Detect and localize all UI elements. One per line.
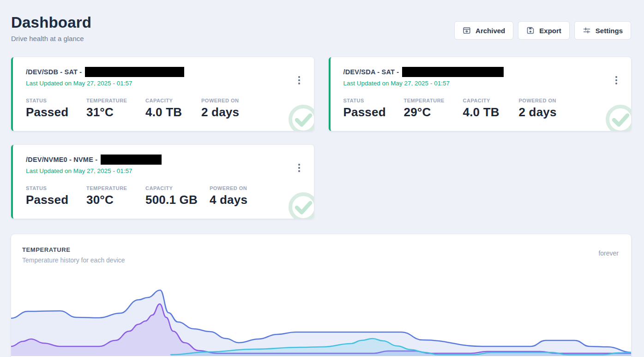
- redacted-serial: [85, 67, 184, 77]
- toolbar: Archived Export: [454, 21, 631, 40]
- stat-value: 31°C: [86, 105, 145, 119]
- stat-value: 30°C: [86, 193, 145, 207]
- stat-powered-on: POWERED ON 4 days: [210, 185, 247, 207]
- chart-title: TEMPERATURE: [22, 246, 125, 253]
- stat-temperature: TEMPERATURE 30°C: [86, 185, 145, 207]
- drive-last-updated: Last Updated on May 27, 2025 - 01:57: [26, 80, 303, 87]
- stat-value: Passed: [26, 193, 86, 207]
- save-disk-icon: [526, 26, 535, 35]
- stat-powered-on: POWERED ON 2 days: [201, 98, 239, 119]
- chart-subtitle: Temperature history for each device: [22, 256, 125, 264]
- stat-value: 2 days: [201, 105, 239, 119]
- stat-value: 29°C: [404, 105, 463, 119]
- temperature-chart-card: TEMPERATURE Temperature history for each…: [11, 234, 631, 357]
- drive-stats: STATUS Passed TEMPERATURE 29°C CAPACITY …: [343, 98, 620, 119]
- stat-value: 4.0 TB: [463, 105, 507, 119]
- title-block: Dashboard Drive health at a glance: [11, 14, 91, 42]
- stat-value: Passed: [26, 105, 86, 119]
- stat-label: TEMPERATURE: [86, 185, 145, 191]
- drive-title: /DEV/NVME0 - NVME -: [26, 155, 303, 165]
- stat-capacity: CAPACITY 4.0 TB: [463, 98, 519, 119]
- archived-button[interactable]: Archived: [454, 21, 513, 40]
- drive-last-updated: Last Updated on May 27, 2025 - 01:57: [26, 167, 303, 174]
- stat-label: CAPACITY: [463, 98, 507, 103]
- stat-label: STATUS: [26, 98, 86, 103]
- stat-value: 500.1 GB: [145, 193, 198, 207]
- stat-label: CAPACITY: [145, 185, 198, 191]
- stat-status: STATUS Passed: [26, 98, 86, 119]
- stat-value: 4 days: [210, 193, 247, 207]
- stat-capacity: CAPACITY 500.1 GB: [145, 185, 210, 207]
- kebab-menu-icon[interactable]: [296, 161, 302, 175]
- archived-button-label: Archived: [475, 27, 505, 35]
- sliders-icon: [583, 26, 591, 35]
- drive-card-nvme0[interactable]: /DEV/NVME0 - NVME - Last Updated on May …: [11, 145, 314, 219]
- redacted-serial: [402, 67, 504, 77]
- stat-powered-on: POWERED ON 2 days: [519, 98, 557, 119]
- stat-value: 4.0 TB: [145, 105, 189, 119]
- stat-temperature: TEMPERATURE 31°C: [86, 98, 145, 119]
- stat-temperature: TEMPERATURE 29°C: [404, 98, 463, 119]
- drive-card-sda[interactable]: /DEV/SDA - SAT - Last Updated on May 27,…: [329, 57, 632, 131]
- drive-stats: STATUS Passed TEMPERATURE 31°C CAPACITY …: [26, 98, 303, 119]
- drive-title-text: /DEV/SDA - SAT -: [343, 68, 399, 76]
- stat-label: TEMPERATURE: [86, 98, 145, 103]
- drive-cards-grid: /DEV/SDB - SAT - Last Updated on May 27,…: [11, 57, 631, 219]
- drive-card-sdb[interactable]: /DEV/SDB - SAT - Last Updated on May 27,…: [11, 57, 314, 131]
- temperature-area-chart[interactable]: [11, 271, 631, 356]
- stat-status: STATUS Passed: [26, 185, 86, 207]
- kebab-menu-icon[interactable]: [614, 73, 619, 88]
- drive-last-updated: Last Updated on May 27, 2025 - 01:57: [343, 80, 620, 87]
- drive-title: /DEV/SDA - SAT -: [343, 67, 620, 77]
- page-title: Dashboard: [11, 14, 91, 31]
- top-bar: Dashboard Drive health at a glance Archi…: [11, 14, 631, 42]
- stat-label: TEMPERATURE: [404, 98, 463, 103]
- dashboard-page: Dashboard Drive health at a glance Archi…: [0, 0, 644, 357]
- stat-capacity: CAPACITY 4.0 TB: [145, 98, 201, 119]
- settings-button[interactable]: Settings: [574, 21, 631, 40]
- drive-title-text: /DEV/SDB - SAT -: [26, 68, 82, 76]
- archive-icon: [463, 26, 471, 35]
- kebab-menu-icon[interactable]: [296, 73, 302, 88]
- export-button[interactable]: Export: [518, 21, 570, 40]
- chart-title-block: TEMPERATURE Temperature history for each…: [22, 246, 125, 264]
- drive-stats: STATUS Passed TEMPERATURE 30°C CAPACITY …: [26, 185, 303, 207]
- drive-title-text: /DEV/NVME0 - NVME -: [26, 156, 97, 163]
- chart-range-selector[interactable]: forever: [598, 250, 619, 257]
- settings-button-label: Settings: [596, 27, 623, 35]
- stat-label: POWERED ON: [201, 98, 239, 103]
- stat-label: STATUS: [343, 98, 404, 103]
- drive-title: /DEV/SDB - SAT -: [26, 67, 303, 77]
- stat-label: CAPACITY: [145, 98, 189, 103]
- stat-value: 2 days: [519, 105, 557, 119]
- stat-label: POWERED ON: [519, 98, 557, 103]
- stat-label: POWERED ON: [210, 185, 247, 191]
- redacted-serial: [101, 155, 162, 165]
- stat-value: Passed: [343, 105, 404, 119]
- export-button-label: Export: [539, 27, 561, 35]
- stat-status: STATUS Passed: [343, 98, 404, 119]
- stat-label: STATUS: [26, 185, 86, 191]
- page-subtitle: Drive health at a glance: [11, 35, 91, 42]
- chart-header: TEMPERATURE Temperature history for each…: [11, 234, 631, 264]
